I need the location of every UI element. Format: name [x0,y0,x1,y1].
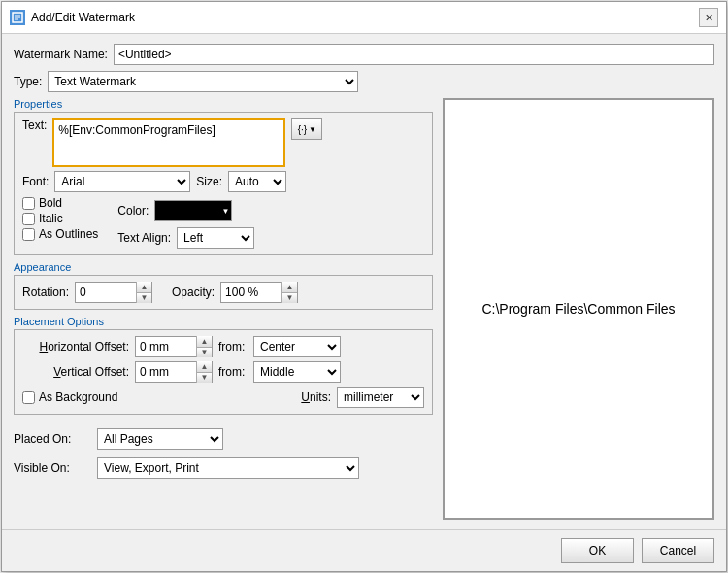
type-row: Type: Text Watermark [14,71,714,92]
title-bar: Add/Edit Watermark ✕ [2,2,726,34]
ok-button[interactable]: OK [561,538,634,563]
font-row: Font: Arial Size: Auto [22,171,424,192]
style-color-row: Bold Italic As Outlines [22,196,424,249]
ok-label: OK [589,544,606,557]
insert-button[interactable]: {·} ▼ [291,118,322,140]
appearance-box: Rotation: ▲ ▼ Opacity: [14,275,433,310]
color-button[interactable]: ▼ [154,200,232,221]
font-select[interactable]: Arial [54,171,190,192]
bold-checkbox[interactable] [22,197,35,210]
watermark-name-row: Watermark Name: [14,44,714,65]
close-button[interactable]: ✕ [699,8,718,27]
appearance-row: Rotation: ▲ ▼ Opacity: [22,282,424,303]
opacity-spinbox: ▲ ▼ [220,282,298,303]
placed-on-row: Placed On: All Pages First Page Last Pag… [14,428,433,450]
size-select[interactable]: Auto [228,171,286,192]
bg-units-row: As Background Units: millimeter inch poi… [22,387,424,408]
visible-on-select[interactable]: View, Export, Print View Only Print Only… [97,457,359,479]
italic-row: Italic [22,212,98,225]
watermark-name-label: Watermark Name: [14,48,108,61]
watermark-name-input[interactable] [114,44,714,65]
preview-text: C:\Program Files\Common Files [472,291,684,326]
units-group: Units: millimeter inch point [301,387,424,408]
as-background-checkbox[interactable] [22,391,35,404]
dialog-body: Watermark Name: Type: Text Watermark Pro… [2,34,726,529]
units-select[interactable]: millimeter inch point [337,387,424,408]
as-outlines-checkbox[interactable] [22,228,35,241]
text-align-select[interactable]: Left Center Right [177,227,254,249]
properties-section: Properties Text: %[Env:CommonProgramFile… [14,98,433,255]
color-label: Color: [117,204,149,218]
v-offset-row: Vertical Offset: ▲ ▼ from: Middle [22,361,424,383]
text-align-label: Text Align: [117,231,171,245]
v-offset-up-arrow[interactable]: ▲ [197,361,212,373]
as-background-row: As Background [22,390,117,404]
rotation-spinbox: ▲ ▼ [75,282,152,303]
footer: OK Cancel [2,529,726,571]
dialog-icon [10,10,25,25]
opacity-group: Opacity: ▲ ▼ [172,282,298,303]
color-align-group: Color: ▼ Text Align: Left Cente [117,196,254,249]
v-offset-input[interactable] [136,362,196,382]
h-offset-row: Horizontal Offset: ▲ ▼ from: Center [22,336,424,357]
left-panel: Properties Text: %[Env:CommonProgramFile… [14,98,433,520]
placed-on-select[interactable]: All Pages First Page Last Page Even Page… [97,428,223,450]
checkboxes-group: Bold Italic As Outlines [22,196,98,249]
properties-label: Properties [14,98,433,110]
h-offset-up-arrow[interactable]: ▲ [197,336,212,348]
bold-row: Bold [22,196,98,210]
rotation-down-arrow[interactable]: ▼ [137,293,151,304]
properties-box: Text: %[Env:CommonProgramFiles] {·} ▼ Fo… [14,112,433,255]
h-offset-label: Horizontal Offset: [22,340,129,354]
text-area-row: Text: %[Env:CommonProgramFiles] {·} ▼ [22,118,424,167]
h-offset-spinbox: ▲ ▼ [135,336,213,357]
dialog-title: Add/Edit Watermark [31,11,135,24]
v-from-select[interactable]: Middle Top Bottom [253,361,341,383]
rotation-input[interactable] [76,283,136,302]
h-offset-input[interactable] [136,337,196,356]
preview-panel: C:\Program Files\Common Files [443,98,714,520]
color-row: Color: ▼ [117,200,254,221]
italic-checkbox[interactable] [22,213,35,225]
rotation-up-arrow[interactable]: ▲ [137,282,151,293]
text-align-row: Text Align: Left Center Right [117,227,254,249]
opacity-down-arrow[interactable]: ▼ [282,293,297,304]
opacity-arrows: ▲ ▼ [281,282,297,303]
color-arrow-icon: ▼ [221,207,229,216]
h-offset-down-arrow[interactable]: ▼ [197,348,212,358]
h-from-label: from: [218,340,248,354]
v-offset-arrows: ▲ ▼ [196,361,212,383]
placed-on-label: Placed On: [14,432,91,446]
text-label: Text: [22,118,47,132]
bold-label: Bold [39,196,62,210]
v-offset-label: Vertical Offset: [22,365,129,379]
type-select[interactable]: Text Watermark [48,71,358,92]
appearance-section: Appearance Rotation: ▲ ▼ [14,261,433,310]
size-label: Size: [196,175,222,188]
placement-box: Horizontal Offset: ▲ ▼ from: Center [14,329,433,415]
insert-arrow-icon: ▼ [309,125,316,134]
opacity-input[interactable] [221,283,281,302]
as-background-label: As Background [39,390,117,404]
v-offset-spinbox: ▲ ▼ [135,361,213,383]
text-input[interactable]: %[Env:CommonProgramFiles] [52,118,285,167]
title-bar-left: Add/Edit Watermark [10,10,135,25]
insert-label: {·} [298,124,307,135]
cancel-button[interactable]: Cancel [642,538,714,563]
v-offset-down-arrow[interactable]: ▼ [197,373,212,384]
placement-section: Placement Options Horizontal Offset: ▲ ▼ [14,316,433,415]
rotation-arrows: ▲ ▼ [136,282,151,303]
v-from-label: from: [218,365,248,379]
as-outlines-label: As Outlines [39,227,98,241]
placement-label: Placement Options [14,316,433,327]
opacity-label: Opacity: [172,286,215,299]
rotation-label: Rotation: [22,286,69,299]
visible-on-row: Visible On: View, Export, Print View Onl… [14,457,433,479]
units-label: Units: [301,390,331,404]
main-content: Properties Text: %[Env:CommonProgramFile… [14,98,714,520]
rotation-group: Rotation: ▲ ▼ [22,282,152,303]
dialog: Add/Edit Watermark ✕ Watermark Name: Typ… [1,1,727,572]
opacity-up-arrow[interactable]: ▲ [282,282,297,293]
h-from-select[interactable]: Center Left Right [253,336,341,357]
as-outlines-row: As Outlines [22,227,98,241]
